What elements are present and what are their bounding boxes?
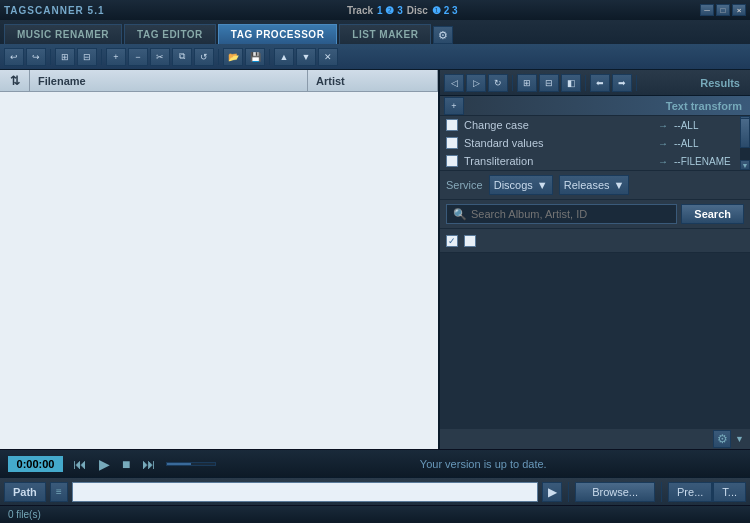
search-input[interactable]: [471, 208, 670, 220]
tab-list-maker[interactable]: List Maker: [339, 24, 431, 44]
arrow-standard: →: [658, 138, 668, 149]
next-files-btn[interactable]: T...: [713, 482, 746, 502]
right-nav-fwd[interactable]: ▷: [466, 74, 486, 92]
browse-button[interactable]: Browse...: [575, 482, 655, 502]
right-nav-refresh[interactable]: ↻: [488, 74, 508, 92]
toolbar-btn-clear[interactable]: ✕: [318, 48, 338, 66]
stop-btn[interactable]: ■: [120, 456, 132, 472]
toolbar-btn-add[interactable]: +: [106, 48, 126, 66]
cb-standard[interactable]: [446, 137, 458, 149]
right-toolbar: ◁ ▷ ↻ ⊞ ⊟ ◧ ⬅ ➡ Results: [440, 70, 750, 96]
results-list[interactable]: [440, 253, 750, 429]
text-transform-panel: + Text transform Change case → --ALL: [440, 96, 750, 171]
bottom-bar: 0:00:00 ⏮ ▶ ■ ⏭ Your version is up to da…: [0, 449, 750, 477]
tab-music-renamer[interactable]: Music Renamer: [4, 24, 122, 44]
track-nums: 1 ❷ 3: [377, 5, 403, 16]
results-settings-btn[interactable]: ⚙: [713, 430, 731, 448]
main-content: ⇅ Filename Artist ◁ ▷ ↻ ⊞ ⊟ ◧ ⬅ ➡: [0, 70, 750, 449]
minimize-button[interactable]: ─: [700, 4, 714, 16]
add-transform-btn[interactable]: +: [444, 97, 464, 115]
search-icon: 🔍: [453, 208, 467, 221]
transform-row-changecase: Change case → --ALL: [440, 116, 740, 134]
play-btn[interactable]: ▶: [97, 456, 112, 472]
toolbar-btn-redo[interactable]: ↪: [26, 48, 46, 66]
toolbar-btn-grid2[interactable]: ⊟: [77, 48, 97, 66]
toolbar-sep-4: [269, 49, 270, 65]
transform-row-standard: Standard values → --ALL: [440, 134, 740, 152]
scroll-thumb[interactable]: [740, 118, 750, 148]
prev-btn[interactable]: ⏮: [71, 456, 89, 472]
right-btn-c[interactable]: ◧: [561, 74, 581, 92]
volume-slider[interactable]: [166, 462, 216, 466]
type-value: Releases: [564, 179, 610, 191]
toolbar-btn-up[interactable]: ▲: [274, 48, 294, 66]
toolbar-btn-folder[interactable]: 📂: [223, 48, 243, 66]
tab-tag-processor[interactable]: Tag Processor: [218, 24, 338, 44]
transform-val-changecase: --ALL: [674, 120, 734, 131]
toolbar-sep-2: [101, 49, 102, 65]
prev-next-buttons: Pre... T...: [668, 482, 746, 502]
file-list-header: ⇅ Filename Artist: [0, 70, 438, 92]
time-display: 0:00:00: [8, 456, 63, 472]
toolbar-btn-undo[interactable]: ↩: [4, 48, 24, 66]
tab-tag-editor[interactable]: Tag Editor: [124, 24, 216, 44]
file-list-panel: ⇅ Filename Artist: [0, 70, 440, 449]
results-menu-arrow[interactable]: ▼: [735, 434, 744, 444]
service-dropdown[interactable]: Discogs ▼: [489, 175, 553, 195]
maximize-button[interactable]: □: [716, 4, 730, 16]
results-controls: ✓: [440, 229, 750, 253]
window-controls: ─ □ ×: [700, 4, 746, 16]
right-btn-e[interactable]: ➡: [612, 74, 632, 92]
toolbar-btn-copy[interactable]: ⧉: [172, 48, 192, 66]
right-sep-2: [585, 75, 586, 91]
toolbar-btn-down[interactable]: ▼: [296, 48, 316, 66]
scroll-down-arrow[interactable]: ▼: [740, 160, 750, 170]
path-arrow-btn[interactable]: ▶: [542, 482, 562, 502]
type-dropdown[interactable]: Releases ▼: [559, 175, 630, 195]
next-label: T...: [722, 486, 737, 498]
toolbar-btn-grid1[interactable]: ⊞: [55, 48, 75, 66]
results-select-all[interactable]: ✓: [446, 235, 458, 247]
path-icon[interactable]: ≡: [50, 482, 68, 502]
cb-changecase[interactable]: [446, 119, 458, 131]
path-input[interactable]: [72, 482, 538, 502]
cb-translit[interactable]: [446, 155, 458, 167]
transform-rows: Change case → --ALL Standard values → --…: [440, 116, 740, 170]
toolbar-btn-cut[interactable]: ✂: [150, 48, 170, 66]
results-deselect-all[interactable]: [464, 235, 476, 247]
results-area: ✓ ⚙ ▼: [440, 229, 750, 449]
close-button[interactable]: ×: [732, 4, 746, 16]
transform-label-standard: Standard values: [464, 137, 652, 149]
arrow-translit: →: [658, 156, 668, 167]
disc-nums: ❶ 2 3: [432, 5, 458, 16]
toolbar-btn-refresh[interactable]: ↺: [194, 48, 214, 66]
col-header-filename: Filename: [30, 70, 308, 91]
next-btn[interactable]: ⏭: [140, 456, 158, 472]
app-title: TAGSCANNER 5.1: [4, 5, 105, 16]
check-icon: ✓: [448, 236, 456, 246]
right-btn-a[interactable]: ⊞: [517, 74, 537, 92]
toolbar-btn-remove[interactable]: −: [128, 48, 148, 66]
text-transform-title: Text transform: [666, 100, 742, 112]
transform-rows-container: Change case → --ALL Standard values → --…: [440, 116, 750, 170]
right-nav-back[interactable]: ◁: [444, 74, 464, 92]
right-btn-b[interactable]: ⊟: [539, 74, 559, 92]
transform-label-changecase: Change case: [464, 119, 652, 131]
prev-files-btn[interactable]: Pre...: [668, 482, 712, 502]
text-transform-header: + Text transform: [440, 96, 750, 116]
toolbar-sep-3: [218, 49, 219, 65]
search-row: 🔍 Search: [440, 200, 750, 229]
path-label: Path: [4, 482, 46, 502]
transform-label-translit: Transliteration: [464, 155, 652, 167]
settings-icon-btn[interactable]: ⚙: [433, 26, 453, 44]
search-input-wrapper: 🔍: [446, 204, 677, 224]
search-button[interactable]: Search: [681, 204, 744, 224]
arrow-changecase: →: [658, 120, 668, 131]
toolbar-btn-save[interactable]: 💾: [245, 48, 265, 66]
right-sep-1: [512, 75, 513, 91]
transform-val-standard: --ALL: [674, 138, 734, 149]
right-btn-d[interactable]: ⬅: [590, 74, 610, 92]
transform-scrollbar[interactable]: ▲ ▼: [740, 116, 750, 170]
file-count: 0 file(s): [8, 509, 41, 520]
file-list-content[interactable]: [0, 92, 438, 449]
